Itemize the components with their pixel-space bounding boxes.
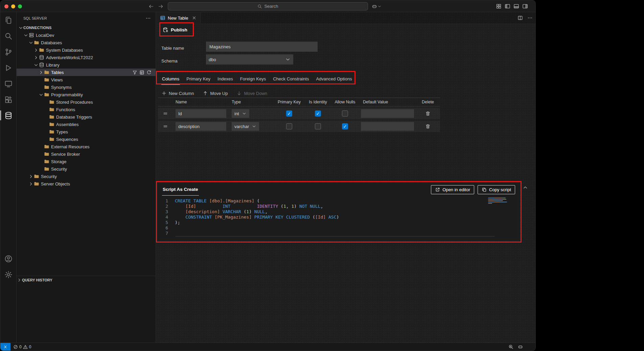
column-type-select[interactable]: varchar	[232, 122, 259, 131]
vscode-window: Search SQL SERVER CONNECTIONSLocalDevDat…	[0, 0, 536, 351]
tree-item-stored-procedures[interactable]: Stored Procedures	[17, 98, 156, 106]
publish-button[interactable]: Publish	[163, 25, 187, 34]
activity-search[interactable]	[0, 28, 17, 44]
chevron-right-icon	[17, 277, 22, 283]
refresh-icon[interactable]	[146, 70, 152, 75]
layout-grid-icon[interactable]	[496, 3, 502, 9]
command-center-search[interactable]: Search	[168, 2, 368, 10]
designer-tab-indexes[interactable]: Indexes	[217, 73, 234, 85]
tree-item-library[interactable]: Library	[17, 61, 156, 69]
tree-item-security[interactable]: Security	[17, 165, 156, 173]
tree-item-connections[interactable]: CONNECTIONS	[17, 24, 156, 31]
tree-item-databases[interactable]: Databases	[17, 39, 156, 46]
close-window-button[interactable]	[4, 4, 8, 8]
code-line: 7	[158, 231, 519, 236]
schema-select[interactable]: dbo	[206, 54, 293, 65]
activity-accounts[interactable]	[0, 251, 17, 267]
delete-row-button[interactable]	[425, 124, 431, 129]
query-history-section[interactable]: QUERY HISTORY	[17, 276, 156, 284]
designer-tab-advanced-options[interactable]: Advanced Options	[315, 73, 352, 85]
new-column-button[interactable]: New Column	[161, 91, 194, 96]
mssql-icon	[4, 111, 13, 120]
tree-item-functions[interactable]: Functions	[17, 106, 156, 113]
close-icon[interactable]	[192, 16, 197, 20]
primary-key-checkbox[interactable]	[286, 110, 292, 117]
default-value-input[interactable]	[361, 122, 414, 131]
more-actions-icon[interactable]	[527, 15, 533, 21]
folder-icon	[39, 47, 44, 53]
tree-item-programmability[interactable]: Programmability	[17, 91, 156, 98]
filter-icon[interactable]	[132, 70, 137, 75]
tree-item-assemblies[interactable]: Assemblies	[17, 121, 156, 128]
tree-item-external-resources[interactable]: External Resources	[17, 143, 156, 150]
tree-item-database-triggers[interactable]: Database Triggers	[17, 113, 156, 121]
folder-icon	[34, 40, 39, 45]
columns-table-head: NameTypePrimary KeyIs IdentityAllow Null…	[158, 98, 440, 106]
tree-item-storage[interactable]: Storage	[17, 158, 156, 165]
is-identity-checkbox[interactable]	[315, 110, 321, 117]
tree-item-localdev[interactable]: LocalDev	[17, 31, 156, 39]
open-in-editor-button[interactable]: Open in editor	[431, 185, 474, 194]
panel-right-icon[interactable]	[522, 3, 528, 9]
table-name-input[interactable]	[206, 42, 318, 52]
copilot-menu[interactable]	[372, 0, 382, 12]
remote-indicator[interactable]	[0, 343, 10, 351]
problems-status[interactable]: 0 0	[10, 343, 34, 351]
activity-settings[interactable]	[0, 267, 17, 282]
tree-item-sequences[interactable]: Sequences	[17, 135, 156, 143]
remote-icon	[3, 345, 8, 349]
chevron-down-icon	[38, 92, 44, 97]
drag-handle-icon[interactable]	[158, 124, 173, 129]
is-identity-checkbox[interactable]	[315, 123, 321, 129]
copy-script-button[interactable]: Copy script	[478, 185, 515, 194]
script-code[interactable]: 1CREATE TABLE [dbo].[Magazines] (2 [Id] …	[158, 198, 519, 236]
collapse-panel-icon[interactable]	[523, 185, 528, 190]
designer-tab-foreign-keys[interactable]: Foreign Keys	[239, 73, 267, 85]
forward-icon[interactable]	[158, 4, 163, 9]
primary-key-checkbox[interactable]	[286, 123, 292, 129]
designer-tab-check-constraints[interactable]: Check Constraints	[272, 73, 309, 85]
designer-tab-columns[interactable]: Columns	[161, 73, 180, 85]
column-name-input[interactable]	[176, 122, 226, 131]
chevron-right-icon	[33, 47, 39, 53]
column-name-input[interactable]	[176, 109, 226, 118]
activity-explorer[interactable]	[0, 12, 17, 28]
tree-item-adventureworkslt2022[interactable]: AdventureWorksLT2022	[17, 54, 156, 61]
activity-extensions[interactable]	[0, 92, 17, 107]
folder-icon	[49, 122, 54, 127]
zoom-icon[interactable]	[508, 344, 513, 349]
copilot-icon[interactable]	[518, 344, 523, 349]
delete-row-button[interactable]	[425, 111, 431, 116]
panel-bottom-icon[interactable]	[513, 3, 519, 9]
move-up-button[interactable]: Move Up	[203, 91, 228, 96]
tree-item-server-objects[interactable]: Server Objects	[17, 180, 156, 187]
column-type-select[interactable]: int	[232, 109, 249, 118]
activity-remote-explorer[interactable]	[0, 76, 17, 92]
grid-icon[interactable]	[139, 70, 144, 75]
tree-item-tables[interactable]: Tables	[17, 69, 156, 76]
minimize-window-button[interactable]	[11, 4, 15, 8]
tab-new-table[interactable]: New Table	[156, 12, 201, 24]
more-actions-icon[interactable]	[145, 16, 151, 21]
back-icon[interactable]	[148, 4, 154, 9]
activity-sql-server[interactable]	[0, 107, 17, 123]
allow-nulls-checkbox[interactable]	[342, 123, 348, 129]
tree-item-system-databases[interactable]: System Databases	[17, 46, 156, 54]
tree-item-service-broker[interactable]: Service Broker	[17, 150, 156, 158]
folder-icon	[44, 159, 49, 164]
split-editor-icon[interactable]	[518, 15, 523, 21]
tree-item-types[interactable]: Types	[17, 128, 156, 135]
designer-tab-primary-key[interactable]: Primary Key	[186, 73, 211, 85]
default-value-input[interactable]	[361, 109, 414, 118]
drag-handle-icon[interactable]	[158, 111, 173, 116]
tree-item-synonyms[interactable]: Synonyms	[17, 83, 156, 91]
panel-left-icon[interactable]	[505, 3, 510, 9]
tree-item-views[interactable]: Views	[17, 76, 156, 83]
activity-source-control[interactable]	[0, 44, 17, 60]
script-as-create-tab[interactable]: Script As Create	[162, 183, 199, 196]
allow-nulls-checkbox[interactable]	[342, 110, 348, 117]
activity-run-debug[interactable]	[0, 60, 17, 76]
zoom-window-button[interactable]	[18, 4, 22, 8]
tree-item-security[interactable]: Security	[17, 173, 156, 180]
columns-table: NameTypePrimary KeyIs IdentityAllow Null…	[158, 98, 440, 132]
